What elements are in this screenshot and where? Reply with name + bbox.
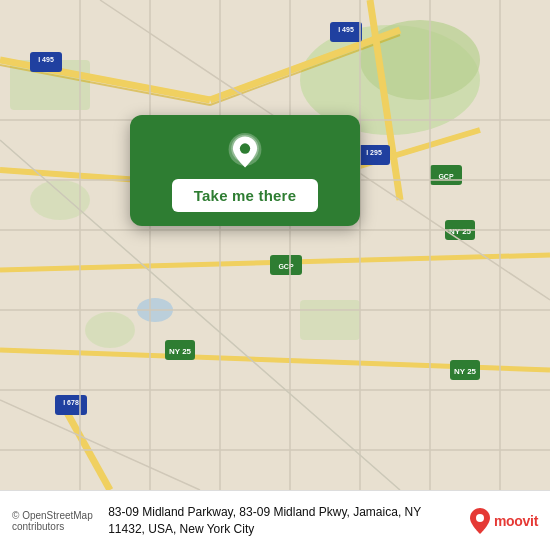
address-label: 83-09 Midland Parkway, 83-09 Midland Pkw… bbox=[108, 504, 461, 538]
svg-point-54 bbox=[240, 143, 250, 153]
take-me-there-button[interactable]: Take me there bbox=[172, 179, 318, 212]
svg-rect-6 bbox=[300, 300, 360, 340]
svg-text:I 495: I 495 bbox=[38, 56, 54, 63]
svg-text:GCP: GCP bbox=[438, 173, 454, 180]
map-view: NY 25 NY 25 NY 25 GCP GCP I 495 I 495 I … bbox=[0, 0, 550, 490]
location-popup: Take me there bbox=[130, 115, 360, 226]
moovit-brand-label: moovit bbox=[494, 513, 538, 529]
svg-text:NY 25: NY 25 bbox=[169, 347, 192, 356]
moovit-logo-icon bbox=[469, 507, 491, 535]
svg-point-5 bbox=[85, 312, 135, 348]
moovit-logo: moovit bbox=[469, 507, 538, 535]
svg-text:NY 25: NY 25 bbox=[454, 367, 477, 376]
svg-point-4 bbox=[30, 180, 90, 220]
svg-point-55 bbox=[476, 514, 484, 522]
svg-text:GCP: GCP bbox=[278, 263, 294, 270]
svg-text:I 295: I 295 bbox=[366, 149, 382, 156]
bottom-info-bar: © OpenStreetMap contributors 83-09 Midla… bbox=[0, 490, 550, 550]
map-pin-icon bbox=[226, 133, 264, 171]
map-credit: © OpenStreetMap contributors bbox=[12, 510, 100, 532]
svg-text:I 678: I 678 bbox=[63, 399, 79, 406]
svg-text:I 495: I 495 bbox=[338, 26, 354, 33]
